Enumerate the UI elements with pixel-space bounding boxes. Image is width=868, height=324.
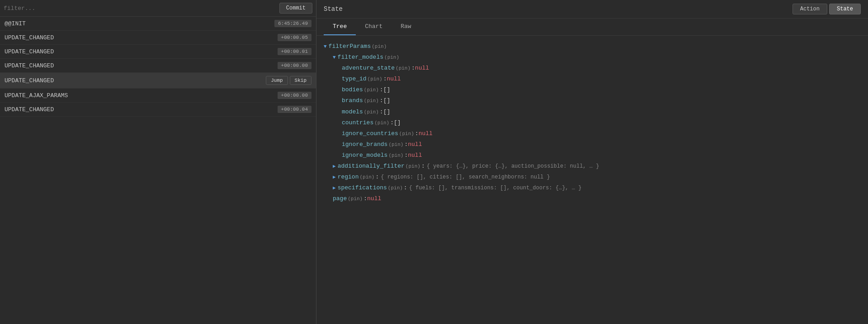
tree-line: specifications (pin): { fuels: [], trans…	[324, 183, 861, 193]
action-time: +00:00.00	[278, 92, 311, 99]
array-value: []	[383, 96, 391, 106]
key-label: page	[333, 194, 347, 204]
right-header: State Action State	[316, 0, 868, 19]
tree-line: type_id (pin): null	[324, 74, 861, 85]
action-time: +00:00.00	[278, 62, 311, 69]
action-name: @@INIT	[5, 20, 26, 27]
tree-line: brands (pin): []	[324, 95, 861, 106]
key-label: countries	[342, 118, 373, 128]
pin-label: (pin)	[388, 184, 403, 193]
tree-line: ignore_brands (pin): null	[324, 139, 861, 150]
tree-content: filterParams (pin)filter_models (pin)adv…	[316, 36, 868, 324]
action-item[interactable]: UPDATE_CHANGED+00:00.05	[0, 31, 316, 45]
expand-icon[interactable]	[333, 53, 336, 62]
key-label: ignore_countries	[342, 129, 398, 139]
tree-line: page (pin): null	[324, 193, 861, 204]
key-label: additionally_filter	[338, 161, 405, 171]
commit-button[interactable]: Commit	[279, 3, 312, 14]
tree-line: models (pin): []	[324, 107, 861, 117]
header-buttons: Action State	[793, 4, 861, 14]
action-time: +00:00.05	[278, 34, 311, 41]
action-time: +00:00.01	[278, 48, 311, 55]
tree-line: bodies (pin): []	[324, 85, 861, 95]
skip-button[interactable]: Skip	[290, 76, 311, 85]
key-label: type_id	[342, 74, 367, 84]
key-label: specifications	[338, 183, 387, 193]
key-label: ignore_models	[342, 150, 387, 160]
action-item[interactable]: @@INIT6:45:26.49	[0, 17, 316, 31]
array-value: []	[394, 118, 401, 128]
action-name: UPDATE_CHANGED	[5, 106, 54, 113]
key-label: filterParams	[329, 42, 371, 52]
tree-line: ignore_models (pin): null	[324, 150, 861, 161]
action-item[interactable]: UPDATE_CHANGED+00:00.04	[0, 103, 316, 117]
state-title: State	[324, 5, 343, 13]
null-value: null	[367, 194, 381, 204]
key-label: ignore_brands	[342, 140, 387, 150]
action-item[interactable]: UPDATE_AJAX_PARAMS+00:00.00	[0, 89, 316, 103]
action-item[interactable]: UPDATE_CHANGED+00:00.00	[0, 59, 316, 73]
pin-label: (pin)	[364, 97, 379, 105]
pin-label: (pin)	[364, 86, 379, 94]
filter-input[interactable]	[4, 5, 276, 12]
pin-label: (pin)	[348, 195, 363, 203]
tree-line: filterParams (pin)	[324, 41, 861, 52]
tab-chart[interactable]: Chart	[356, 19, 392, 35]
object-preview: { regions: [], cities: [], search_neighb…	[381, 173, 550, 182]
pin-label: (pin)	[368, 75, 382, 84]
right-panel: State Action State TreeChartRaw filterPa…	[316, 0, 868, 324]
pin-label: (pin)	[364, 108, 379, 117]
pin-label: (pin)	[359, 173, 374, 182]
action-name: UPDATE_CHANGED	[5, 48, 54, 55]
action-name: UPDATE_AJAX_PARAMS	[5, 92, 68, 99]
object-preview: { years: {…}, price: {…}, auction_possib…	[427, 162, 599, 171]
key-label: brands	[342, 96, 363, 106]
object-preview: { fuels: [], transmissions: [], count_do…	[409, 183, 582, 193]
tree-line: region (pin): { regions: [], cities: [],…	[324, 172, 861, 183]
pin-label: (pin)	[384, 53, 399, 62]
array-value: []	[383, 107, 391, 117]
array-value: []	[383, 85, 391, 95]
null-value: null	[408, 150, 422, 160]
key-label: adventure_state	[342, 63, 395, 73]
action-button[interactable]: Action	[793, 4, 827, 14]
tree-line: additionally_filter (pin): { years: {…},…	[324, 161, 861, 172]
jump-button[interactable]: Jump	[266, 76, 288, 85]
action-list: @@INIT6:45:26.49UPDATE_CHANGED+00:00.05U…	[0, 17, 316, 324]
null-value: null	[387, 74, 401, 84]
tabs-row: TreeChartRaw	[316, 19, 868, 36]
expand-icon[interactable]	[333, 162, 336, 171]
left-header: Commit	[0, 0, 316, 17]
tab-tree[interactable]: Tree	[324, 19, 356, 35]
action-name: UPDATE_CHANGED	[5, 34, 54, 41]
null-value: null	[419, 129, 433, 139]
pin-label: (pin)	[374, 119, 389, 127]
key-label: models	[342, 107, 363, 117]
pin-label: (pin)	[399, 130, 414, 138]
tab-raw[interactable]: Raw	[392, 19, 420, 35]
null-value: null	[408, 140, 422, 150]
state-button[interactable]: State	[829, 4, 861, 14]
jump-skip-buttons: JumpSkip	[266, 76, 311, 85]
tree-line: ignore_countries (pin): null	[324, 128, 861, 139]
key-label: filter_models	[338, 52, 383, 62]
action-name: UPDATE_CHANGED	[5, 77, 54, 84]
tree-line: adventure_state (pin): null	[324, 63, 861, 74]
action-time: +00:00.04	[278, 106, 311, 113]
pin-label: (pin)	[396, 64, 410, 73]
pin-label: (pin)	[388, 141, 403, 149]
pin-label: (pin)	[372, 42, 387, 51]
action-name: UPDATE_CHANGED	[5, 62, 54, 69]
expand-icon[interactable]	[324, 42, 327, 51]
pin-label: (pin)	[388, 151, 403, 160]
left-panel: Commit @@INIT6:45:26.49UPDATE_CHANGED+00…	[0, 0, 316, 324]
action-item[interactable]: UPDATE_CHANGEDJumpSkip	[0, 73, 316, 89]
pin-label: (pin)	[406, 162, 420, 171]
null-value: null	[415, 63, 429, 73]
tree-line: filter_models (pin)	[324, 52, 861, 63]
action-item[interactable]: UPDATE_CHANGED+00:00.01	[0, 45, 316, 59]
key-label: region	[338, 172, 359, 182]
expand-icon[interactable]	[333, 184, 336, 193]
tree-line: countries (pin): []	[324, 117, 861, 128]
expand-icon[interactable]	[333, 173, 336, 182]
